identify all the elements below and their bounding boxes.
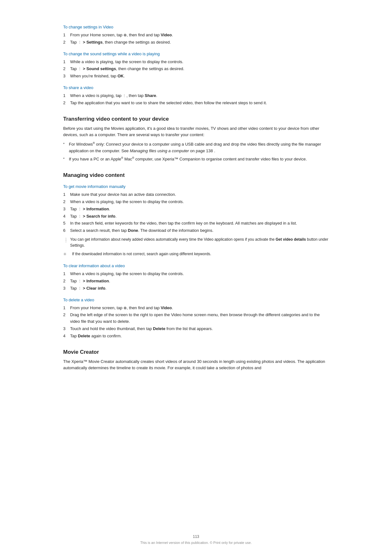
sound-settings-bold: > Sound settings — [82, 66, 116, 71]
page-footer: 113 This is an Internet version of this … — [0, 534, 392, 545]
menu-icon: ⋮ — [78, 279, 82, 283]
search-for-info-bold: > Search for info — [82, 214, 116, 219]
delete-video-steps: 1 From your Home screen, tap ⊕, then fin… — [63, 305, 329, 340]
apps-icon: ⊕ — [124, 33, 127, 37]
step-item: 1 When a video is playing, tap ⋮, then t… — [63, 93, 329, 99]
page: To change settings in Video 1 From your … — [0, 0, 392, 554]
tip-row: ✳ If the downloaded information is not c… — [63, 251, 329, 258]
sound-settings-steps: 1 While a video is playing, tap the scre… — [63, 59, 329, 80]
delete-bold: Delete — [153, 326, 165, 331]
step-item: 3 When you're finished, tap OK. — [63, 73, 329, 80]
share-bold: Share — [145, 93, 156, 98]
step-item: 1 From your Home screen, tap ⊕, then fin… — [63, 32, 329, 39]
step-item: 2 Tap the application that you want to u… — [63, 100, 329, 106]
step-item: 3 Tap ⋮ > Information. — [63, 206, 329, 213]
share-video-section: To share a video 1 When a video is playi… — [63, 85, 329, 106]
video-bold2: Video — [161, 305, 172, 310]
step-item: 2 Tap ⋮ > Sound settings, then change th… — [63, 66, 329, 72]
managing-files-italic: Managing files using a computer — [130, 148, 189, 153]
share-video-steps: 1 When a video is playing, tap ⋮, then t… — [63, 93, 329, 106]
get-video-details-bold: Get video details — [275, 237, 306, 242]
change-settings-video-section: To change settings in Video 1 From your … — [63, 25, 329, 46]
get-movie-info-heading: To get movie information manually — [63, 184, 329, 189]
information-bold: > Information — [82, 207, 109, 211]
bullet-item: * For Windows® only: Connect your device… — [63, 141, 329, 154]
movie-creator-text: The Xperia™ Movie Creator automatically … — [63, 358, 329, 372]
tip-text: If the downloaded information is not cor… — [72, 251, 329, 257]
clear-info-heading: To clear information about a video — [63, 263, 329, 268]
transferring-section: Transferring video content to your devic… — [63, 116, 329, 163]
menu-icon: ⋮ — [123, 94, 126, 98]
note-row: ❕ You can get information about newly ad… — [63, 237, 329, 249]
step-item: 5 In the search field, enter keywords fo… — [63, 220, 329, 227]
step-item: 6 Select a search result, then tap Done.… — [63, 227, 329, 234]
clear-info-steps: 1 When a video is playing, tap the scree… — [63, 271, 329, 292]
step-item: 1 From your Home screen, tap ⊕, then fin… — [63, 305, 329, 311]
done-bold: Done — [128, 228, 138, 233]
step-item: 2 Tap ⋮ > Information. — [63, 278, 329, 285]
delete-video-section: To delete a video 1 From your Home scree… — [63, 298, 329, 340]
movie-creator-section: Movie Creator The Xperia™ Movie Creator … — [63, 349, 329, 372]
step-item: 3 Touch and hold the video thumbnail, th… — [63, 326, 329, 332]
information-bold2: > Information — [82, 279, 109, 283]
transferring-bullets: * For Windows® only: Connect your device… — [63, 141, 329, 163]
page-number: 113 — [0, 534, 392, 539]
step-item: 2 Drag the left edge of the screen to th… — [63, 312, 329, 325]
settings-bold: > Settings — [82, 40, 103, 45]
bullet-item: * If you have a PC or an Apple® Mac® com… — [63, 156, 329, 163]
exclamation-icon: ❕ — [63, 237, 70, 244]
video-bold: Video — [161, 33, 172, 37]
step-item: 3 Tap ⋮ > Clear info. — [63, 285, 329, 292]
movie-creator-heading: Movie Creator — [63, 349, 329, 355]
step-item: 1 When a video is playing, tap the scree… — [63, 271, 329, 277]
get-movie-info-steps: 1 Make sure that your device has an acti… — [63, 191, 329, 234]
share-video-heading: To share a video — [63, 85, 329, 90]
get-movie-info-section: To get movie information manually 1 Make… — [63, 184, 329, 258]
change-settings-video-steps: 1 From your Home screen, tap ⊕, then fin… — [63, 32, 329, 46]
sound-settings-section: To change the sound settings while a vid… — [63, 51, 329, 80]
step-item: 1 While a video is playing, tap the scre… — [63, 59, 329, 65]
clear-info-bold: > Clear info — [82, 286, 106, 291]
apps-icon2: ⊕ — [124, 306, 127, 310]
step-item: 2 Tap ⋮ > Settings, then change the sett… — [63, 39, 329, 46]
footer-copyright: This is an Internet version of this publ… — [0, 541, 392, 545]
step-item: 2 When a video is playing, tap the scree… — [63, 199, 329, 205]
menu-icon: ⋮ — [78, 286, 82, 290]
step-item: 4 Tap ⋮ > Search for info. — [63, 213, 329, 220]
note-text: You can get information about newly adde… — [70, 237, 329, 249]
menu-icon: ⋮ — [78, 67, 82, 71]
step-item: 1 Make sure that your device has an acti… — [63, 191, 329, 198]
change-settings-video-heading: To change settings in Video — [63, 25, 329, 29]
clear-info-section: To clear information about a video 1 Whe… — [63, 263, 329, 292]
menu-icon: ⋮ — [78, 207, 82, 211]
transferring-heading: Transferring video content to your devic… — [63, 116, 329, 122]
sound-settings-heading: To change the sound settings while a vid… — [63, 51, 329, 56]
menu-icon: ⋮ — [78, 214, 82, 218]
ok-bold: OK — [118, 74, 124, 78]
tip-icon: ✳ — [63, 251, 72, 258]
menu-icon: ⋮ — [78, 40, 82, 44]
managing-heading: Managing video content — [63, 172, 329, 178]
delete-video-heading: To delete a video — [63, 298, 329, 302]
transferring-intro: Before you start using the Movies applic… — [63, 125, 329, 139]
delete-bold2: Delete — [78, 334, 90, 338]
step-item: 4 Tap Delete again to confirm. — [63, 333, 329, 340]
managing-section: Managing video content To get movie info… — [63, 172, 329, 339]
